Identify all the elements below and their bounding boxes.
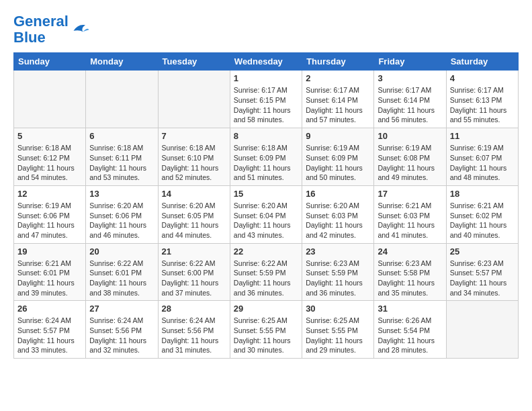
day-info: Sunrise: 6:17 AM Sunset: 6:14 PM Dayligh… xyxy=(306,85,370,125)
day-number: 3 xyxy=(378,73,442,83)
column-header-wednesday: Wednesday xyxy=(230,53,302,71)
calendar-cell: 21Sunrise: 6:22 AM Sunset: 6:00 PM Dayli… xyxy=(158,243,230,301)
calendar-week-row: 26Sunrise: 6:24 AM Sunset: 5:57 PM Dayli… xyxy=(14,301,519,359)
calendar-cell: 18Sunrise: 6:21 AM Sunset: 6:02 PM Dayli… xyxy=(446,185,518,243)
day-number: 27 xyxy=(89,304,154,314)
day-info: Sunrise: 6:19 AM Sunset: 6:08 PM Dayligh… xyxy=(378,143,442,183)
calendar-cell: 31Sunrise: 6:26 AM Sunset: 5:54 PM Dayli… xyxy=(374,301,446,359)
day-info: Sunrise: 6:25 AM Sunset: 5:55 PM Dayligh… xyxy=(234,316,298,355)
calendar-cell: 6Sunrise: 6:18 AM Sunset: 6:11 PM Daylig… xyxy=(86,128,158,186)
day-info: Sunrise: 6:26 AM Sunset: 5:54 PM Dayligh… xyxy=(378,316,442,355)
day-number: 2 xyxy=(306,73,370,83)
day-number: 31 xyxy=(378,304,442,314)
day-number: 25 xyxy=(450,246,515,257)
day-number: 10 xyxy=(378,131,442,141)
day-number: 23 xyxy=(306,246,370,257)
day-info: Sunrise: 6:18 AM Sunset: 6:12 PM Dayligh… xyxy=(17,143,82,183)
day-number: 26 xyxy=(17,304,82,314)
calendar-cell: 11Sunrise: 6:19 AM Sunset: 6:07 PM Dayli… xyxy=(446,128,518,186)
calendar-cell: 26Sunrise: 6:24 AM Sunset: 5:57 PM Dayli… xyxy=(14,301,86,359)
column-header-friday: Friday xyxy=(374,53,446,71)
calendar-cell: 4Sunrise: 6:17 AM Sunset: 6:13 PM Daylig… xyxy=(446,71,518,128)
day-number: 20 xyxy=(89,246,154,257)
calendar-cell: 29Sunrise: 6:25 AM Sunset: 5:55 PM Dayli… xyxy=(230,301,302,359)
calendar-cell xyxy=(446,301,518,359)
calendar-table: SundayMondayTuesdayWednesdayThursdayFrid… xyxy=(13,52,519,359)
column-header-saturday: Saturday xyxy=(446,53,518,71)
calendar-cell: 14Sunrise: 6:20 AM Sunset: 6:05 PM Dayli… xyxy=(158,185,230,243)
calendar-cell: 22Sunrise: 6:22 AM Sunset: 5:59 PM Dayli… xyxy=(230,243,302,301)
day-info: Sunrise: 6:24 AM Sunset: 5:56 PM Dayligh… xyxy=(162,316,226,355)
calendar-cell: 8Sunrise: 6:18 AM Sunset: 6:09 PM Daylig… xyxy=(230,128,302,186)
day-number: 18 xyxy=(450,189,515,199)
calendar-week-row: 12Sunrise: 6:19 AM Sunset: 6:06 PM Dayli… xyxy=(14,185,519,243)
day-info: Sunrise: 6:24 AM Sunset: 5:56 PM Dayligh… xyxy=(89,316,154,355)
day-number: 7 xyxy=(162,131,226,141)
calendar-cell: 27Sunrise: 6:24 AM Sunset: 5:56 PM Dayli… xyxy=(86,301,158,359)
calendar-week-row: 19Sunrise: 6:21 AM Sunset: 6:01 PM Dayli… xyxy=(14,243,519,301)
day-info: Sunrise: 6:23 AM Sunset: 5:59 PM Dayligh… xyxy=(306,259,370,298)
day-info: Sunrise: 6:17 AM Sunset: 6:14 PM Dayligh… xyxy=(378,85,442,125)
day-number: 14 xyxy=(162,189,226,199)
day-info: Sunrise: 6:20 AM Sunset: 6:06 PM Dayligh… xyxy=(89,201,154,240)
calendar-cell: 28Sunrise: 6:24 AM Sunset: 5:56 PM Dayli… xyxy=(158,301,230,359)
calendar-cell: 19Sunrise: 6:21 AM Sunset: 6:01 PM Dayli… xyxy=(14,243,86,301)
day-info: Sunrise: 6:17 AM Sunset: 6:13 PM Dayligh… xyxy=(450,85,515,125)
calendar-week-row: 5Sunrise: 6:18 AM Sunset: 6:12 PM Daylig… xyxy=(14,128,519,186)
day-info: Sunrise: 6:23 AM Sunset: 5:58 PM Dayligh… xyxy=(378,259,442,298)
calendar-cell: 17Sunrise: 6:21 AM Sunset: 6:03 PM Dayli… xyxy=(374,185,446,243)
calendar-cell: 9Sunrise: 6:19 AM Sunset: 6:09 PM Daylig… xyxy=(302,128,374,186)
day-info: Sunrise: 6:18 AM Sunset: 6:10 PM Dayligh… xyxy=(162,143,226,183)
column-header-tuesday: Tuesday xyxy=(158,53,230,71)
day-number: 17 xyxy=(378,189,442,199)
column-header-thursday: Thursday xyxy=(302,53,374,71)
day-number: 30 xyxy=(306,304,370,314)
day-info: Sunrise: 6:23 AM Sunset: 5:57 PM Dayligh… xyxy=(450,259,515,298)
day-info: Sunrise: 6:20 AM Sunset: 6:04 PM Dayligh… xyxy=(234,201,298,240)
column-header-sunday: Sunday xyxy=(14,53,86,71)
day-number: 19 xyxy=(17,246,82,257)
day-info: Sunrise: 6:19 AM Sunset: 6:09 PM Dayligh… xyxy=(306,143,370,183)
day-info: Sunrise: 6:17 AM Sunset: 6:15 PM Dayligh… xyxy=(234,85,298,125)
calendar-cell: 12Sunrise: 6:19 AM Sunset: 6:06 PM Dayli… xyxy=(14,185,86,243)
calendar-cell: 2Sunrise: 6:17 AM Sunset: 6:14 PM Daylig… xyxy=(302,71,374,128)
day-info: Sunrise: 6:21 AM Sunset: 6:03 PM Dayligh… xyxy=(378,201,442,240)
day-number: 22 xyxy=(234,246,298,257)
calendar-cell xyxy=(158,71,230,128)
day-number: 21 xyxy=(162,246,226,257)
calendar-cell xyxy=(14,71,86,128)
calendar-cell: 15Sunrise: 6:20 AM Sunset: 6:04 PM Dayli… xyxy=(230,185,302,243)
day-info: Sunrise: 6:25 AM Sunset: 5:55 PM Dayligh… xyxy=(306,316,370,355)
page-header: GeneralBlue xyxy=(13,13,519,46)
calendar-cell: 5Sunrise: 6:18 AM Sunset: 6:12 PM Daylig… xyxy=(14,128,86,186)
day-number: 15 xyxy=(234,189,298,199)
day-info: Sunrise: 6:20 AM Sunset: 6:03 PM Dayligh… xyxy=(306,201,370,240)
day-number: 5 xyxy=(17,131,82,141)
day-number: 29 xyxy=(234,304,298,314)
day-number: 16 xyxy=(306,189,370,199)
calendar-cell: 16Sunrise: 6:20 AM Sunset: 6:03 PM Dayli… xyxy=(302,185,374,243)
day-info: Sunrise: 6:19 AM Sunset: 6:07 PM Dayligh… xyxy=(450,143,515,183)
calendar-cell: 3Sunrise: 6:17 AM Sunset: 6:14 PM Daylig… xyxy=(374,71,446,128)
day-number: 4 xyxy=(450,73,515,83)
day-number: 12 xyxy=(17,189,82,199)
calendar-cell: 7Sunrise: 6:18 AM Sunset: 6:10 PM Daylig… xyxy=(158,128,230,186)
day-info: Sunrise: 6:22 AM Sunset: 6:00 PM Dayligh… xyxy=(162,259,226,298)
day-number: 24 xyxy=(378,246,442,257)
calendar-cell: 23Sunrise: 6:23 AM Sunset: 5:59 PM Dayli… xyxy=(302,243,374,301)
calendar-header-row: SundayMondayTuesdayWednesdayThursdayFrid… xyxy=(14,53,519,71)
day-info: Sunrise: 6:21 AM Sunset: 6:02 PM Dayligh… xyxy=(450,201,515,240)
calendar-cell xyxy=(86,71,158,128)
logo-bird-icon xyxy=(71,20,90,39)
day-info: Sunrise: 6:21 AM Sunset: 6:01 PM Dayligh… xyxy=(17,259,82,298)
calendar-week-row: 1Sunrise: 6:17 AM Sunset: 6:15 PM Daylig… xyxy=(14,71,519,128)
day-info: Sunrise: 6:18 AM Sunset: 6:09 PM Dayligh… xyxy=(234,143,298,183)
logo-text: GeneralBlue xyxy=(13,13,69,46)
logo: GeneralBlue xyxy=(13,13,90,46)
calendar-cell: 13Sunrise: 6:20 AM Sunset: 6:06 PM Dayli… xyxy=(86,185,158,243)
calendar-cell: 1Sunrise: 6:17 AM Sunset: 6:15 PM Daylig… xyxy=(230,71,302,128)
day-info: Sunrise: 6:24 AM Sunset: 5:57 PM Dayligh… xyxy=(17,316,82,355)
day-number: 9 xyxy=(306,131,370,141)
day-number: 11 xyxy=(450,131,515,141)
calendar-cell: 25Sunrise: 6:23 AM Sunset: 5:57 PM Dayli… xyxy=(446,243,518,301)
